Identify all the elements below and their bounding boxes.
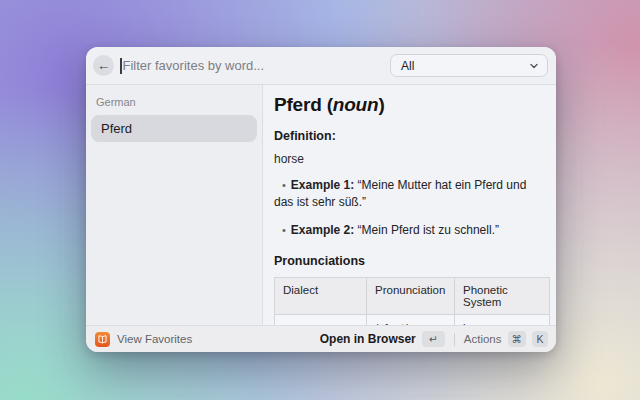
action-bar: View Favorites Open in Browser ↵ Actions… bbox=[86, 325, 556, 352]
cell-dialect: - bbox=[275, 315, 367, 326]
footer-divider bbox=[454, 333, 455, 346]
example-1: •Example 1: “Meine Mutter hat ein Pferd … bbox=[274, 177, 548, 211]
search-input[interactable] bbox=[122, 58, 391, 73]
actions-button[interactable]: Actions ⌘ K bbox=[464, 331, 548, 347]
open-book-icon bbox=[95, 332, 110, 347]
app-window: ← All German Pferd Pferd (noun) Definiti… bbox=[86, 47, 556, 352]
table-header-row: Dialect Pronunciation Phonetic System bbox=[275, 278, 550, 315]
command-name: View Favorites bbox=[117, 333, 192, 345]
filter-dropdown-value: All bbox=[401, 59, 529, 73]
pronunciations-table: Dialect Pronunciation Phonetic System - … bbox=[274, 277, 550, 325]
example-1-label: Example 1: bbox=[291, 178, 354, 192]
search-bar: ← All bbox=[86, 47, 556, 85]
command-key-icon: ⌘ bbox=[508, 331, 527, 347]
example-2-text: “Mein Pferd ist zu schnell.” bbox=[358, 223, 499, 237]
col-header-dialect: Dialect bbox=[275, 278, 367, 315]
entry-paren-open: ( bbox=[322, 94, 333, 115]
entry-part-of-speech: noun bbox=[333, 94, 379, 115]
pronunciations-heading: Pronunciations bbox=[274, 254, 548, 268]
window-body: German Pferd Pferd (noun) Definition: ho… bbox=[86, 85, 556, 325]
sidebar: German Pferd bbox=[86, 85, 263, 325]
entry-title: Pferd (noun) bbox=[274, 94, 548, 116]
example-2-label: Example 2: bbox=[291, 223, 354, 237]
definition-text: horse bbox=[274, 152, 548, 166]
k-key-icon: K bbox=[532, 331, 548, 347]
bullet-icon: • bbox=[282, 224, 286, 236]
sidebar-item-pferd[interactable]: Pferd bbox=[91, 115, 257, 142]
open-in-browser-button[interactable]: Open in Browser ↵ bbox=[320, 331, 445, 347]
entry-paren-close: ) bbox=[378, 94, 384, 115]
return-key-icon: ↵ bbox=[422, 331, 445, 347]
cell-phonetic-system: ipa bbox=[455, 315, 550, 326]
detail-pane: Pferd (noun) Definition: horse •Example … bbox=[263, 85, 556, 325]
actions-label: Actions bbox=[464, 333, 502, 345]
definition-label: Definition: bbox=[274, 129, 548, 143]
back-arrow-icon: ← bbox=[97, 58, 110, 73]
col-header-pronunciation: Pronunciation bbox=[367, 278, 455, 315]
back-button[interactable]: ← bbox=[93, 55, 114, 76]
cell-pronunciation: /pfeːrt/, [(p)feːɐ̯t], /feːrt/, [feːɐ̯t]… bbox=[367, 315, 455, 326]
entry-word: Pferd bbox=[274, 94, 322, 115]
sidebar-section-title: German bbox=[96, 96, 257, 108]
col-header-phonetic-system: Phonetic System bbox=[455, 278, 550, 315]
open-in-browser-label: Open in Browser bbox=[320, 332, 416, 346]
filter-dropdown[interactable]: All bbox=[390, 54, 548, 77]
chevron-down-icon bbox=[529, 61, 539, 71]
bullet-icon: • bbox=[282, 179, 286, 191]
example-2: •Example 2: “Mein Pferd ist zu schnell.” bbox=[274, 222, 548, 239]
table-row: - /pfeːrt/, [(p)feːɐ̯t], /feːrt/, [feːɐ̯… bbox=[275, 315, 550, 326]
